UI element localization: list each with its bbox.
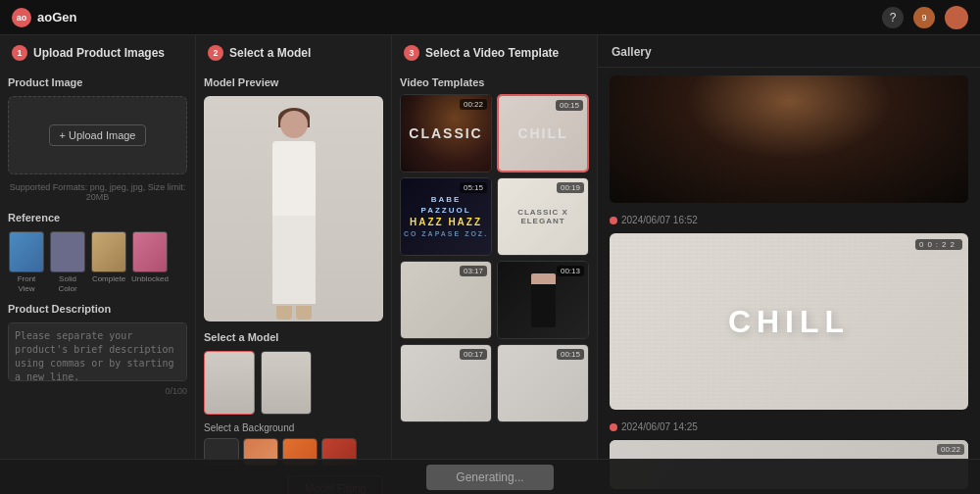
model-thumb-2[interactable] — [261, 351, 312, 415]
gallery-chill-text: CHILL — [728, 304, 850, 340]
template-card-hazz[interactable]: BABE PAZZUOL HAZZ HAZZ CO ZAPASE ZOZ. 05… — [400, 177, 492, 256]
template-card-t8[interactable]: 00:15 — [497, 344, 589, 422]
gallery-dot-2 — [610, 423, 617, 431]
gallery-dot-1 — [610, 217, 617, 224]
generate-button[interactable]: Generating... — [426, 465, 553, 490]
upload-content: Product Image + Upload Image Supported F… — [0, 69, 195, 494]
help-button[interactable]: ? — [882, 7, 904, 28]
app-name: aoGen — [37, 10, 76, 25]
gallery-header: Gallery — [598, 35, 980, 68]
bg-select-label: Select a Background — [204, 422, 383, 433]
step-badge-2: 2 — [208, 45, 223, 61]
logo-text: ao — [17, 13, 27, 23]
elegant-duration: 00:19 — [557, 182, 584, 193]
model-shoe-left — [276, 306, 292, 320]
gallery-chill-image: CHILL 00:22 — [610, 233, 968, 410]
reference-row: Front View Solid Color Complete Unblocke… — [8, 231, 187, 293]
model-thumbnails — [204, 351, 383, 415]
t6-model-figure — [531, 273, 556, 327]
ref-solid-color[interactable]: Solid Color — [49, 231, 86, 293]
chill-dur-badge: 00:22 — [915, 239, 962, 250]
template-content: Video Templates CLASSIC 00:22 CHILL 00:1… — [392, 69, 597, 494]
t8-duration: 00:15 — [557, 349, 584, 360]
select-model-label: Select a Model — [204, 331, 383, 343]
upload-panel-header: 1 Upload Product Images — [0, 35, 195, 69]
timestamp-1-value: 2024/06/07 16:52 — [621, 215, 698, 225]
nav-actions: ? 9 — [882, 6, 968, 29]
desc-label: Product Description — [8, 303, 187, 315]
hazz-duration: 05:15 — [460, 182, 487, 193]
product-image-label: Product Image — [8, 76, 187, 88]
template-panel: 3 Select a Video Template Video Template… — [392, 35, 598, 494]
ref-complete[interactable]: Complete — [90, 231, 127, 293]
generate-bar: Generating... — [0, 459, 980, 494]
model-shoes — [276, 306, 312, 320]
char-count: 0/100 — [8, 386, 187, 396]
gallery-timestamp-1: 2024/06/07 16:52 — [610, 215, 968, 225]
model-panel: 2 Select a Model Model Preview Select a … — [196, 35, 392, 494]
top-navigation: ao aoGen ? 9 — [0, 0, 980, 35]
bottom-dur-badge: 00:22 — [937, 444, 964, 455]
reference-label: Reference — [8, 212, 187, 223]
desc-section: Product Description 0/100 — [8, 303, 187, 396]
template-card-chill[interactable]: CHILL 00:15 — [497, 94, 589, 173]
t5-duration: 03:17 — [460, 266, 487, 276]
ref-img-complete — [91, 231, 126, 272]
notification-button[interactable]: 9 — [913, 7, 935, 28]
chill-duration: 00:15 — [556, 100, 583, 111]
app-logo-area: ao aoGen — [12, 8, 76, 27]
ref-img-front — [9, 231, 44, 272]
upload-area[interactable]: + Upload Image — [8, 96, 187, 174]
gallery-section-chill: CHILL 00:22 — [610, 233, 968, 410]
video-templates-label: Video Templates — [400, 76, 589, 88]
gallery-section-1 — [610, 75, 968, 203]
timestamp-2-value: 2024/06/07 14:25 — [621, 421, 698, 432]
ref-front-view[interactable]: Front View — [8, 231, 45, 293]
model-content: Model Preview Select a Model — [196, 69, 391, 494]
template-panel-title: Select a Video Template — [425, 46, 559, 60]
ref-complete-label: Complete — [92, 274, 125, 284]
model-thumb-1[interactable] — [204, 351, 255, 415]
ref-solid-label: Solid Color — [49, 274, 86, 293]
ref-img-solid — [50, 231, 85, 272]
app-logo: ao — [12, 8, 31, 27]
user-avatar[interactable] — [945, 6, 968, 29]
t6-duration: 00:13 — [557, 266, 584, 276]
model-panel-title: Select a Model — [229, 46, 311, 60]
model-panel-header: 2 Select a Model — [196, 35, 391, 69]
church-bg — [610, 75, 968, 203]
gallery-church-image — [610, 75, 968, 203]
model-thumb-2-inner — [262, 352, 311, 414]
product-description-input[interactable] — [8, 322, 187, 381]
upload-panel-title: Upload Product Images — [33, 46, 165, 60]
model-head — [280, 111, 308, 138]
gallery-timestamp-2: 2024/06/07 14:25 — [610, 421, 968, 432]
main-content: 1 Upload Product Images Product Image + … — [0, 35, 980, 494]
template-panel-header: 3 Select a Video Template — [392, 35, 597, 69]
model-figure — [255, 106, 333, 321]
template-card-t7[interactable]: 00:17 — [400, 344, 492, 422]
ref-img-unblocked — [132, 231, 168, 272]
hazz-text: BABE PAZZUOL HAZZ HAZZ CO ZAPASE ZOZ. — [404, 194, 488, 239]
model-shoe-right — [296, 306, 312, 320]
gallery-panel: Gallery 2024/06/07 16:52 CHILL 00:22 — [598, 35, 980, 494]
model-body — [272, 141, 316, 220]
t7-duration: 00:17 — [460, 349, 487, 360]
upload-button[interactable]: + Upload Image — [49, 124, 147, 146]
upload-panel: 1 Upload Product Images Product Image + … — [0, 35, 196, 494]
step-badge-3: 3 — [404, 45, 419, 61]
step-badge-1: 1 — [12, 45, 27, 61]
classic-duration: 00:22 — [460, 99, 487, 110]
ref-unblocked[interactable]: Unblocked — [131, 231, 169, 293]
elegant-label: CLASSIC X ELEGANT — [498, 208, 588, 225]
supported-formats-text: Supported Formats: png, jpeg, jpg, Size … — [8, 182, 187, 202]
template-card-classic[interactable]: CLASSIC 00:22 — [400, 94, 492, 173]
template-card-t6[interactable]: 00:13 — [497, 261, 589, 339]
ref-unblocked-label: Unblocked — [131, 274, 169, 284]
template-card-elegant[interactable]: CLASSIC X ELEGANT 00:19 — [497, 177, 589, 256]
model-thumb-1-inner — [205, 352, 254, 414]
model-pants — [272, 216, 316, 304]
classic-label: CLASSIC — [409, 125, 482, 141]
template-card-t5[interactable]: 03:17 — [400, 261, 492, 339]
template-grid: CLASSIC 00:22 CHILL 00:15 BABE — [400, 94, 589, 422]
